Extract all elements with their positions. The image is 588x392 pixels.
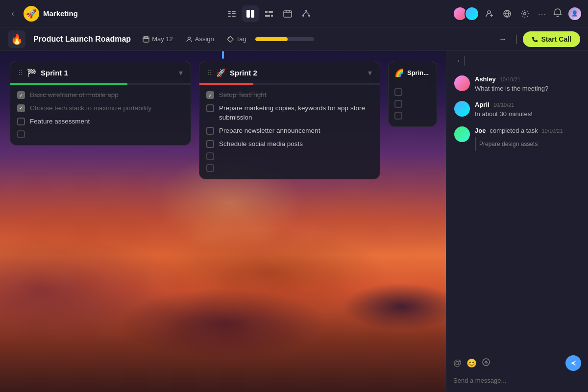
task-checkbox[interactable] [206,91,214,99]
tag-meta[interactable]: Tag [223,33,250,45]
more-options-button[interactable]: ··· [535,6,550,21]
sprint3-title: Sprin... [407,69,431,76]
task-row [206,152,373,160]
svg-point-31 [188,37,190,39]
board-area: ⠿ 🏁 Sprint 1 ▾ Basic wireframe of mobile… [0,51,446,392]
board-view-icon[interactable] [242,5,259,22]
svg-point-26 [524,12,526,15]
task-label: Prepare newsletter announcement [219,126,320,136]
settings-icon[interactable] [517,6,532,21]
timeline-view-icon[interactable] [261,5,277,22]
nav-view-icons [90,5,449,22]
sprint1-progress-fill [10,83,127,85]
message-text: In about 30 minutes! [475,110,533,119]
main-area: ⠿ 🏁 Sprint 1 ▾ Basic wireframe of mobile… [0,51,588,392]
message-time: 10/10/21 [542,128,563,134]
org-view-icon[interactable] [298,5,315,22]
avatar-user2[interactable] [465,6,479,21]
date-label: May 12 [152,35,173,43]
start-call-button[interactable]: Start Call [523,31,580,47]
avatar-april [454,101,470,117]
svg-line-20 [306,12,309,15]
sprint3-header: 🌈 Sprin... [389,61,437,84]
upload-button[interactable] [482,358,490,369]
task-checkbox[interactable] [206,127,214,135]
emoji-button[interactable]: 😊 [466,358,477,368]
svg-point-21 [488,11,490,14]
svg-rect-12 [284,11,292,17]
sprint1-icon: 🏁 [27,68,37,77]
task-row: Prepare newsletter announcement [206,126,373,136]
progress-bar [255,37,314,41]
sprint3-card: 🌈 Sprin... [388,61,437,127]
task-checkbox[interactable] [206,140,214,148]
drag-handle[interactable]: ⠿ [207,69,212,77]
message-input[interactable] [453,375,581,386]
sprint2-header: ⠿ 🚀 Sprint 2 ▾ [199,61,380,83]
svg-rect-10 [265,15,270,17]
task-row: Schedule social media posts [206,140,373,149]
svg-point-32 [228,37,229,38]
divider: | [515,33,517,45]
board-scroll[interactable]: ⠿ 🏁 Sprint 1 ▾ Basic wireframe of mobile… [0,51,446,392]
date-meta[interactable]: May 12 [139,33,177,45]
project-title: Product Launch Roadmap [33,35,131,44]
message-action: completed a task [490,126,538,135]
svg-rect-1 [232,11,236,12]
message-time: 10/10/21 [493,102,514,108]
assign-meta[interactable]: Assign [182,33,218,45]
sprint2-progress-fill [199,83,253,85]
svg-rect-15 [289,10,290,12]
my-avatar[interactable]: 👤 [567,6,582,21]
drag-handle[interactable]: ⠿ [18,69,23,77]
task-checkbox[interactable] [206,104,214,112]
sprint2-tasks: Setup TestFlight Prepare marketing copie… [199,87,380,179]
connect-icon[interactable] [500,6,514,21]
message-body: April 10/10/21 In about 30 minutes! [475,101,533,119]
task-label: Schedule social media posts [219,140,303,149]
task-row: Feature assessment [17,117,184,126]
sprint2-menu[interactable]: ▾ [368,68,372,77]
at-mention-button[interactable]: @ [453,358,462,368]
task-row [17,130,184,138]
task-empty-checkbox [394,100,402,108]
message-text: What time is the meeting? [475,84,548,93]
svg-rect-27 [143,37,149,42]
back-button[interactable]: ‹ [6,7,20,21]
chat-message: Joe completed a task 10/10/21 Prepare de… [454,126,580,150]
project-header: 🔥 Product Launch Roadmap May 12 Assign T… [0,27,588,51]
task-checkbox[interactable] [17,104,25,112]
expand-button[interactable]: → [495,32,510,47]
send-button[interactable] [565,355,581,371]
svg-point-18 [308,15,310,17]
assign-label: Assign [195,35,214,43]
task-row: Choose tech stack to maximize portabilit… [17,104,184,113]
svg-rect-5 [232,16,236,17]
chat-message: April 10/10/21 In about 30 minutes! [454,101,580,119]
task-label: Setup TestFlight [219,91,267,100]
collapse-arrow[interactable]: → [453,56,461,65]
calendar-view-icon[interactable] [279,5,296,22]
add-member-button[interactable] [482,6,497,21]
message-author: Ashley [475,75,496,83]
svg-rect-4 [228,16,231,17]
workspace-logo: 🚀 [24,6,39,22]
sprint1-tasks: Basic wireframe of mobile app Choose tec… [10,87,191,145]
progress-fill [255,37,288,41]
sprint1-menu[interactable]: ▾ [179,68,183,77]
task-label: Choose tech stack to maximize portabilit… [30,104,151,113]
workspace-name: Marketing [43,9,78,18]
svg-rect-14 [286,10,287,12]
task-ref-line [475,137,476,151]
list-view-icon[interactable] [223,5,240,22]
chat-messages: Ashley 10/10/21 What time is the meeting… [446,68,588,349]
notification-bell[interactable] [553,8,563,20]
task-checkbox[interactable] [17,91,25,99]
task-ref-text: Prepare design assets [479,141,538,147]
task-empty-checkbox [394,88,402,96]
chat-sidebar: → Ashley 10/10/21 What time is the meeti… [446,51,588,392]
task-row: Setup TestFlight [206,91,373,100]
task-checkbox[interactable] [17,118,25,125]
svg-rect-7 [251,10,254,18]
svg-point-16 [305,10,307,12]
